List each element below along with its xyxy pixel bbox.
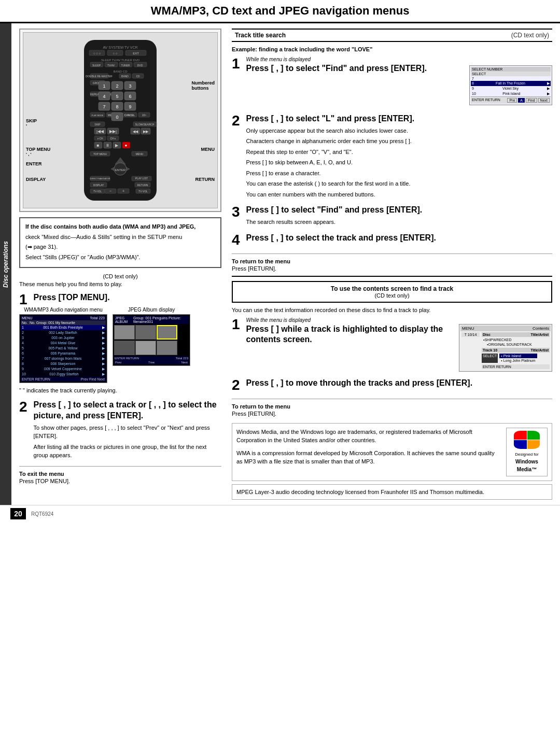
track-search-label: Track title search <box>235 32 286 39</box>
col-wrapper: AV SYSTEM TV VCR ○ ○ ○ ○ ○ EXT SLEEP TV/… <box>11 23 560 505</box>
wm-text1: Windows Media, and the Windows logo are … <box>236 428 501 445</box>
wm-text: Windows Media, and the Windows logo are … <box>236 428 501 476</box>
info-box: If the disc contains both audio data (WM… <box>19 217 221 268</box>
wm-flag-green <box>527 431 540 440</box>
page-header: WMA/MP3, CD text and JPEG navigation men… <box>0 0 560 23</box>
track-title-search-header: Track title search (CD text only) <box>232 29 552 42</box>
svg-text:ENTER: ENTER <box>115 168 126 172</box>
display-label: DISPLAY <box>26 177 46 182</box>
jpeg-screen: JPEG ALBUMGroup: 001 Penguins Picture: f… <box>113 314 190 366</box>
right-step2b: 2 Press [ , ] to move through the tracks… <box>232 378 552 392</box>
content-wrapper: Disc operations AV SYSTEM TV VCR <box>0 23 560 505</box>
right-step3-num: 3 <box>232 205 240 219</box>
right-step4-title: Press [ , ] to select the track and pres… <box>246 233 436 244</box>
exit-menu-text: Press [TOP MENU]. <box>19 478 221 484</box>
disc-ops-sidebar: Disc operations <box>0 23 11 505</box>
right-step3-sub: The search results screen appears. <box>246 218 423 227</box>
right-step1-title: Press [ , ] to select "Find" and press [… <box>246 63 465 74</box>
wm-text2: WMA is a compression format developed by… <box>236 449 501 466</box>
svg-text:8: 8 <box>116 104 118 109</box>
svg-text:0: 0 <box>116 115 118 120</box>
svg-text:TOP MENU: TOP MENU <box>93 152 107 156</box>
svg-text:CANCEL: CANCEL <box>124 114 135 117</box>
svg-text:−: − <box>109 189 111 193</box>
svg-text:◀◀: ◀◀ <box>133 130 138 133</box>
wm-flag-red <box>514 431 527 440</box>
wm-logo-flag <box>514 431 540 449</box>
svg-text:SLEEP: SLEEP <box>92 64 101 67</box>
disc-ops-label: Disc operations <box>2 241 9 288</box>
right-step1-while: While the menu is displayed <box>246 57 552 62</box>
find-screen: SELECT NUMBER SELECT 7 8Fall In The Froz… <box>469 65 552 105</box>
svg-text:SLOW/SEARCH: SLOW/SEARCH <box>135 123 155 126</box>
right-step2b-num: 2 <box>232 378 240 392</box>
jpeg-menu-label: JPEG Album display <box>113 307 190 313</box>
nav-menu-row: WMA/MP3 Audio navigation menu MENU Total… <box>19 307 221 383</box>
right-step4: 4 Press [ , ] to select the track and pr… <box>232 233 552 247</box>
right-step1b-while: While the menu is displayed <box>246 317 552 323</box>
numbered-label: Numbered buttons <box>191 80 215 91</box>
svg-text:DISPLAY: DISPLAY <box>93 184 104 187</box>
svg-text:AV SYSTEM  TV  VCR: AV SYSTEM TV VCR <box>103 46 137 49</box>
return-menu1-text: Press [RETURN]. <box>232 265 552 272</box>
svg-text:2: 2 <box>116 83 118 89</box>
cursor-note: " " indicates the track currently playin… <box>19 387 221 393</box>
right-step2-body4: Press [ ] to skip between A, E, I, O, an… <box>246 158 415 167</box>
wm-flag-orange <box>527 440 540 449</box>
contents-body: You can use the text information recorde… <box>232 307 552 313</box>
remote-box: AV SYSTEM TV VCR ○ ○ ○ ○ ○ EXT SLEEP TV/… <box>19 29 221 212</box>
return-menu1-label: To return to the menu <box>232 258 552 264</box>
page-footer: 20 RQT6924 <box>0 505 560 522</box>
left-step2-sub2: After listing all the tracks or pictures… <box>34 443 221 460</box>
exit-menu-section: To exit the menu Press [TOP MENU]. <box>19 471 221 484</box>
svg-text:6: 6 <box>129 94 131 99</box>
right-step2-body3: Repeat this step to enter "O", "V", and … <box>246 148 415 157</box>
top-menu-label: TOP MENU ' , ' <box>26 147 50 157</box>
svg-text:▶: ▶ <box>115 143 119 148</box>
wma-menu-box: WMA/MP3 Audio navigation menu MENU Total… <box>19 307 107 383</box>
svg-text:RETURN: RETURN <box>137 184 148 187</box>
left-step1-title: Press [TOP MENU]. <box>34 292 110 303</box>
right-step2: 2 Press [ , ] to select "L" and press [E… <box>232 114 552 199</box>
right-step2-body2: Characters change in alphanumeric order … <box>246 137 415 146</box>
svg-text:+: + <box>122 189 124 193</box>
svg-text:|◀◀: |◀◀ <box>96 129 104 134</box>
svg-text:PLAY LIST: PLAY LIST <box>135 177 148 180</box>
svg-text:TV IOL: TV IOL <box>93 190 102 193</box>
right-step1b-num: 1 <box>232 317 240 332</box>
info-line3: (➡ page 31). <box>25 243 215 251</box>
svg-text:TV/AV: TV/AV <box>107 64 115 67</box>
wm-flag-blue <box>514 440 527 449</box>
left-step1-num: 1 <box>19 292 27 307</box>
right-step2-body5: Press [ ] to erase a character. <box>246 169 415 178</box>
svg-text:5: 5 <box>116 94 118 99</box>
jpeg-menu-box: JPEG Album display JPEG ALBUMGroup: 001 … <box>113 307 190 383</box>
svg-text:DVD: DVD <box>137 64 143 67</box>
right-step1b-title: Press [ ] while a track is highlighted t… <box>246 324 455 346</box>
wm-logo-name: Windows Media™ <box>515 458 538 473</box>
svg-text:DIRECT NAVIGATOR: DIRECT NAVIGATOR <box>90 177 110 180</box>
right-column: Track title search (CD text only) Exampl… <box>232 29 552 500</box>
svg-text:CD: CD <box>136 75 140 78</box>
enter-label: ENTER <box>26 161 42 166</box>
right-step4-num: 4 <box>232 233 240 247</box>
remote-svg: AV SYSTEM TV VCR ○ ○ ○ ○ ○ EXT SLEEP TV/… <box>68 37 172 203</box>
right-step3-title: Press [ ] to select "Find" and press [EN… <box>246 205 423 216</box>
svg-text:DOUBLE RE-MASTER: DOUBLE RE-MASTER <box>86 75 113 78</box>
left-step2-title: Press [ , ] to select a track or [ , , ]… <box>34 400 221 421</box>
windows-media-box: Windows Media, and the Windows logo are … <box>232 423 552 481</box>
return-menu2-text: Press [RETURN]. <box>232 411 552 417</box>
footer-code: RQT6924 <box>31 511 53 517</box>
info-line1: If the disc contains both audio data (WM… <box>25 222 215 231</box>
left-step2-sub1: To show other pages, press [ , , , ] to … <box>34 424 221 441</box>
wma-screen: MENU Total 223 No.No. Group: 001 My favo… <box>19 314 107 383</box>
svg-text:1: 1 <box>103 83 105 89</box>
page-number: 20 <box>10 508 26 519</box>
exit-menu-label: To exit the menu <box>19 471 221 477</box>
svg-text:TV VOL: TV VOL <box>138 190 148 193</box>
mpeg-box: MPEG Layer-3 audio decoding technology l… <box>232 484 552 500</box>
menus-help-text: These menus help you find items to play. <box>19 281 221 287</box>
svg-text:3: 3 <box>129 83 131 89</box>
skip-label: SKIP ' <box>26 118 37 129</box>
wm-logo: Designed for Windows Media™ <box>506 428 548 476</box>
